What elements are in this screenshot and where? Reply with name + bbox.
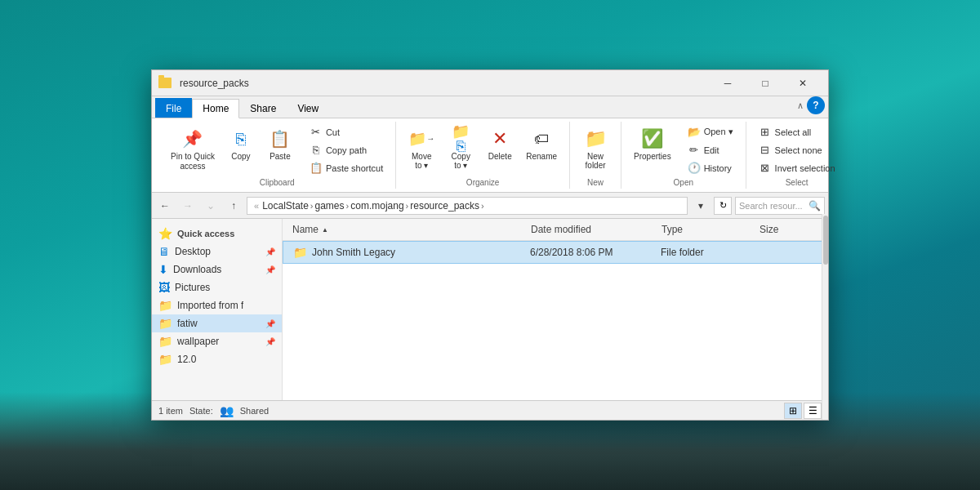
table-row[interactable]: 📁 John Smith Legacy 6/28/2018 8:06 PM Fi… (283, 241, 828, 264)
history-label: History (704, 163, 732, 173)
search-box[interactable]: Search resour... 🔍 (735, 197, 825, 215)
move-to-button[interactable]: 📁→ Moveto ▾ (403, 123, 440, 174)
rename-label: Rename (526, 152, 557, 161)
rename-button[interactable]: 🏷 Rename (520, 123, 563, 165)
invert-selection-button[interactable]: ⊠ Invert selection (753, 159, 841, 176)
address-path[interactable]: « LocalState › games › com.mojang › reso… (247, 197, 688, 215)
file-type-cell: File folder (657, 243, 755, 261)
col-date[interactable]: Date modified (528, 222, 658, 237)
maximize-button[interactable]: □ (746, 70, 784, 96)
ribbon-group-select: ⊞ Select all ⊟ Select none ⊠ Invert sele… (746, 122, 848, 189)
recent-button[interactable]: ⌄ (201, 196, 220, 216)
col-date-label: Date modified (531, 224, 591, 235)
pictures-label: Pictures (175, 282, 210, 293)
new-buttons: 📁 Newfolder (577, 122, 614, 176)
copy-icon: ⎘ (228, 127, 254, 150)
copy-to-button[interactable]: 📁⎘ Copyto ▾ (442, 123, 479, 174)
edit-button[interactable]: ✏ Edit (682, 141, 739, 158)
open-button[interactable]: 📂 Open ▾ (682, 123, 739, 140)
properties-button[interactable]: ✅ Properties (628, 123, 677, 165)
fatiw-icon: 📁 (158, 317, 172, 330)
move-to-label: Moveto ▾ (412, 152, 431, 170)
file-date-cell: 6/28/2018 8:06 PM (527, 243, 657, 261)
up-button[interactable]: ↑ (224, 196, 243, 216)
fatiw-pin-icon: 📌 (265, 319, 275, 328)
search-icon: 🔍 (808, 200, 821, 212)
main-content: ⭐ Quick access 🖥 Desktop 📌 ⬇ Downloads 📌… (152, 219, 828, 400)
select-all-icon: ⊞ (759, 126, 772, 138)
new-folder-button[interactable]: 📁 Newfolder (577, 123, 614, 174)
history-button[interactable]: 🕐 History (682, 159, 739, 176)
copy-label: Copy (231, 152, 250, 161)
copy-to-icon: 📁⎘ (448, 127, 474, 150)
paste-button[interactable]: 📋 Paste (261, 123, 299, 165)
sidebar-item-downloads[interactable]: ⬇ Downloads 📌 (152, 261, 282, 278)
clipboard-buttons: 📌 Pin to Quickaccess ⎘ Copy 📋 Paste (165, 122, 389, 176)
file-name-cell: 📁 John Smith Legacy (290, 243, 527, 261)
imported-icon: 📁 (158, 299, 172, 312)
open-label: Open (628, 176, 739, 189)
col-type[interactable]: Type (658, 222, 756, 237)
list-view-button[interactable]: ☰ (804, 403, 822, 419)
forward-button[interactable]: → (178, 196, 198, 216)
address-bar: ← → ⌄ ↑ « LocalState › games › com.mojan… (152, 193, 828, 219)
fatiw-label: fatiw (177, 318, 198, 329)
status-bar: 1 item State: 👥 Shared ⊞ ☰ (152, 400, 828, 420)
paste-label: Paste (270, 152, 291, 161)
quick-access-label: Quick access (177, 229, 234, 238)
ribbon-content: 📌 Pin to Quickaccess ⎘ Copy 📋 Paste (152, 118, 828, 192)
select-all-button[interactable]: ⊞ Select all (753, 123, 841, 140)
sidebar-item-imported[interactable]: 📁 Imported from f (152, 296, 282, 314)
close-button[interactable]: ✕ (784, 70, 822, 96)
path-mojang: com.mojang (350, 200, 403, 212)
invert-label: Invert selection (775, 163, 835, 173)
select-none-button[interactable]: ⊟ Select none (753, 141, 841, 158)
refresh-button[interactable]: ↻ (714, 197, 732, 215)
imported-label: Imported from f (177, 300, 243, 311)
sidebar-item-pictures[interactable]: 🖼 Pictures (152, 278, 282, 296)
state-value: Shared (240, 406, 269, 416)
pin-to-quick-access-button[interactable]: 📌 Pin to Quickaccess (165, 123, 220, 176)
ribbon-group-new: 📁 Newfolder New (570, 122, 621, 189)
col-name[interactable]: Name ▲ (289, 222, 528, 237)
copy-button[interactable]: ⎘ Copy (222, 123, 260, 165)
col-size[interactable]: Size (756, 222, 822, 237)
file-folder-icon: 📁 (293, 246, 307, 259)
path-dropdown-button[interactable]: ▾ (691, 196, 710, 216)
path-sep-1: › (310, 201, 314, 211)
tab-file[interactable]: File (155, 98, 192, 118)
tab-home[interactable]: Home (192, 99, 239, 118)
delete-button[interactable]: ✕ Delete (481, 123, 519, 165)
copy-path-icon: ⎘ (310, 144, 323, 156)
back-button[interactable]: ← (155, 196, 175, 216)
downloads-label: Downloads (173, 264, 221, 275)
sidebar-item-12-0[interactable]: 📁 12.0 (152, 350, 282, 368)
desktop-label: Desktop (175, 246, 211, 257)
file-size-cell (755, 243, 821, 261)
ribbon: File Home Share View ∧ ? 📌 Pin to Quicka… (152, 96, 828, 193)
tab-view[interactable]: View (287, 98, 329, 118)
file-list-header: Name ▲ Date modified Type Size (283, 219, 828, 241)
sidebar-item-wallpaper[interactable]: 📁 wallpaper 📌 (152, 332, 282, 350)
cut-icon: ✂ (310, 126, 323, 138)
downloads-pin-icon: 📌 (265, 265, 275, 274)
open-small-group: 📂 Open ▾ ✏ Edit 🕐 History (682, 123, 739, 176)
copy-to-label: Copyto ▾ (452, 152, 470, 170)
paste-shortcut-button[interactable]: 📋 Paste shortcut (304, 159, 389, 176)
pin-icon: 📌 (180, 127, 206, 150)
explorer-window: resource_packs ─ □ ✕ File Home Share Vie… (151, 69, 829, 421)
tab-share[interactable]: Share (239, 98, 287, 118)
desktop-pin-icon: 📌 (265, 247, 275, 256)
rename-icon: 🏷 (528, 127, 555, 150)
paste-shortcut-icon: 📋 (310, 162, 323, 174)
grid-view-button[interactable]: ⊞ (784, 403, 802, 419)
paste-icon: 📋 (267, 127, 293, 150)
help-button[interactable]: ? (807, 96, 825, 114)
path-resource-packs: resource_packs (410, 200, 479, 212)
cut-button[interactable]: ✂ Cut (304, 123, 389, 140)
copy-path-button[interactable]: ⎘ Copy path (304, 141, 389, 158)
sidebar-item-desktop[interactable]: 🖥 Desktop 📌 (152, 243, 282, 261)
sort-asc-icon: ▲ (322, 226, 328, 234)
minimize-button[interactable]: ─ (709, 70, 746, 96)
sidebar-item-fatiw[interactable]: 📁 fatiw 📌 (152, 314, 282, 332)
